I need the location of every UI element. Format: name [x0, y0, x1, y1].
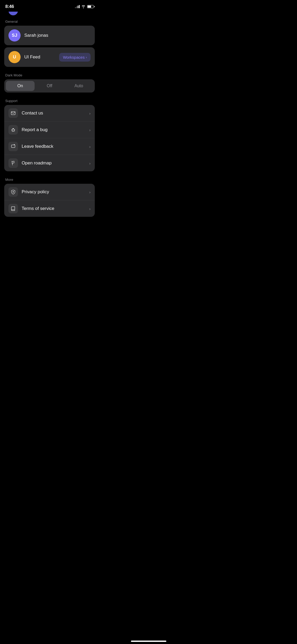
- report-bug-chevron: ›: [89, 128, 91, 132]
- wifi-icon: [81, 5, 86, 8]
- workspace-row[interactable]: U UI Feed Workspaces ›: [4, 47, 95, 67]
- report-bug-label: Report a bug: [22, 127, 86, 132]
- dark-mode-section-label: Dark Mode: [4, 69, 95, 79]
- top-peek: [4, 12, 95, 15]
- support-section-label: Support: [4, 95, 95, 105]
- workspace-card[interactable]: U UI Feed Workspaces ›: [4, 47, 95, 67]
- privacy-policy-chevron: ›: [89, 190, 91, 194]
- open-roadmap-item[interactable]: Open roadmap ›: [4, 155, 95, 171]
- open-roadmap-label: Open roadmap: [22, 160, 86, 166]
- bug-icon-wrap: [8, 125, 18, 135]
- support-card: Contact us › Report a bug ›: [4, 105, 95, 171]
- svg-point-10: [13, 191, 13, 192]
- shield-icon-wrap: [8, 187, 18, 197]
- workspace-name: UI Feed: [24, 54, 40, 60]
- signal-icon: [75, 5, 80, 8]
- terms-of-service-chevron: ›: [89, 206, 91, 211]
- roadmap-icon: [11, 160, 16, 166]
- roadmap-icon-wrap: [8, 158, 18, 168]
- more-section-label: More: [4, 173, 95, 184]
- privacy-policy-label: Privacy policy: [22, 189, 86, 195]
- scroll-content: General SJ Sarah jonas U UI Feed Workspa…: [0, 12, 99, 224]
- svg-rect-9: [11, 145, 15, 148]
- bug-icon: [11, 127, 16, 132]
- svg-line-4: [14, 129, 15, 130]
- status-icons: [75, 5, 94, 8]
- user-profile-card[interactable]: SJ Sarah jonas: [4, 26, 95, 45]
- feedback-icon-wrap: [8, 142, 18, 151]
- status-time: 8:46: [5, 4, 14, 9]
- contact-us-item[interactable]: Contact us ›: [4, 105, 95, 121]
- leave-feedback-chevron: ›: [89, 144, 91, 149]
- svg-line-6: [14, 131, 15, 131]
- workspace-avatar: U: [8, 51, 21, 63]
- terms-of-service-item[interactable]: Terms of service ›: [4, 200, 95, 217]
- contact-us-label: Contact us: [22, 111, 86, 116]
- svg-line-7: [12, 131, 13, 132]
- dark-mode-on[interactable]: On: [6, 81, 35, 91]
- user-name: Sarah jonas: [24, 33, 48, 38]
- book-icon-wrap: [8, 204, 18, 213]
- workspaces-button[interactable]: Workspaces ›: [59, 53, 91, 62]
- svg-line-5: [11, 131, 12, 131]
- battery-icon: [87, 5, 94, 8]
- contact-us-chevron: ›: [89, 111, 91, 116]
- leave-feedback-item[interactable]: Leave feedback ›: [4, 138, 95, 155]
- mail-icon-wrap: [8, 108, 18, 118]
- book-icon: [11, 206, 16, 211]
- general-section-label: General: [4, 15, 95, 26]
- svg-line-3: [11, 129, 12, 130]
- svg-point-1: [12, 129, 14, 131]
- terms-of-service-label: Terms of service: [22, 206, 86, 211]
- user-profile-row[interactable]: SJ Sarah jonas: [4, 26, 95, 45]
- svg-rect-0: [11, 112, 15, 115]
- privacy-policy-item[interactable]: Privacy policy ›: [4, 184, 95, 200]
- status-bar: 8:46: [0, 0, 99, 12]
- svg-line-8: [14, 131, 14, 132]
- workspaces-chevron-icon: ›: [86, 55, 87, 59]
- open-roadmap-chevron: ›: [89, 161, 91, 165]
- shield-icon: [11, 189, 16, 195]
- mail-icon: [11, 111, 16, 116]
- user-avatar: SJ: [8, 29, 21, 42]
- dark-mode-auto[interactable]: Auto: [64, 81, 93, 91]
- leave-feedback-label: Leave feedback: [22, 144, 86, 149]
- dark-mode-card: On Off Auto: [4, 79, 95, 93]
- dark-mode-off[interactable]: Off: [35, 81, 64, 91]
- more-card: Privacy policy › Terms of service ›: [4, 184, 95, 217]
- feedback-icon: [11, 144, 16, 149]
- report-bug-item[interactable]: Report a bug ›: [4, 121, 95, 138]
